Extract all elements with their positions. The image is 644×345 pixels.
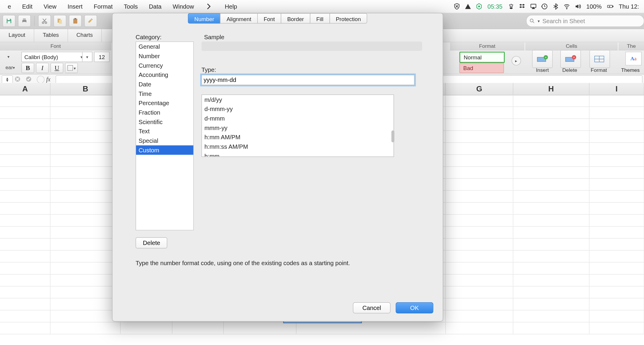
- ok-button[interactable]: OK: [396, 302, 433, 313]
- font-size-select[interactable]: 12: [94, 52, 110, 62]
- menu-data[interactable]: Data: [145, 0, 166, 13]
- menu-view[interactable]: View: [39, 0, 61, 13]
- volume-icon[interactable]: [574, 2, 582, 11]
- bold-button[interactable]: B: [21, 63, 34, 73]
- insert-cells-button[interactable]: +: [532, 50, 553, 68]
- type-format-item[interactable]: h:mm:ss AM/PM: [202, 142, 394, 151]
- fx-label[interactable]: fx: [46, 76, 54, 83]
- delete-cells-button[interactable]: ×: [560, 50, 581, 68]
- font-family-select[interactable]: Calibri (Body) ▾: [21, 52, 84, 62]
- svg-point-9: [566, 8, 567, 9]
- font-family-arrow[interactable]: ▾: [82, 52, 92, 62]
- category-item[interactable]: Text: [136, 126, 193, 136]
- category-item[interactable]: General: [136, 42, 193, 51]
- battery-icon[interactable]: [606, 2, 615, 11]
- type-format-item[interactable]: h:mm: [202, 151, 394, 157]
- print-icon[interactable]: [18, 15, 31, 27]
- full-circle-icon[interactable]: [37, 76, 45, 83]
- menu-format[interactable]: Format: [89, 0, 117, 13]
- italic-button[interactable]: I: [36, 63, 49, 73]
- airplay-icon[interactable]: [529, 2, 538, 11]
- dialog-tab-number[interactable]: Number: [188, 13, 221, 24]
- category-item[interactable]: Date: [136, 80, 193, 89]
- menu-item[interactable]: e: [4, 0, 15, 13]
- triangle-icon[interactable]: [463, 2, 472, 11]
- svg-point-5: [511, 6, 512, 7]
- wifi-icon[interactable]: [562, 2, 571, 11]
- category-list[interactable]: General Number Currency Accounting Date …: [135, 42, 194, 230]
- timemachine-icon[interactable]: [540, 2, 549, 11]
- save-icon[interactable]: [3, 15, 15, 27]
- category-item[interactable]: Special: [136, 136, 193, 145]
- shield-icon[interactable]: [452, 2, 461, 11]
- dialog-tab-fill[interactable]: Fill: [310, 13, 330, 24]
- colhdr-G[interactable]: G: [446, 83, 513, 95]
- hexagon-icon[interactable]: [475, 2, 483, 11]
- svg-point-0: [478, 6, 479, 7]
- colhdr-I[interactable]: I: [589, 83, 644, 95]
- dialog-tab-font[interactable]: Font: [257, 13, 281, 24]
- clear-dropdown[interactable]: ear ▾: [0, 63, 20, 72]
- cancel-button[interactable]: Cancel: [353, 302, 391, 313]
- ribbon-group-font: Font: [0, 42, 111, 50]
- type-input[interactable]: [201, 75, 414, 85]
- category-item[interactable]: Accounting: [136, 70, 193, 80]
- type-format-item[interactable]: m/d/yy: [202, 95, 394, 105]
- format-painter-icon[interactable]: [84, 15, 97, 27]
- type-format-item[interactable]: h:mm AM/PM: [202, 132, 394, 142]
- type-format-item[interactable]: d-mmm: [202, 114, 394, 123]
- cancel-entry-icon[interactable]: [15, 76, 24, 83]
- underline-button[interactable]: U: [50, 63, 63, 73]
- format-cells-button[interactable]: [589, 50, 610, 68]
- namebox-stepper[interactable]: ▴▾: [2, 75, 13, 84]
- type-format-list[interactable]: m/d/yy d-mmm-yy d-mmm mmm-yy h:mm AM/PM …: [201, 94, 394, 157]
- ribbon-group-format: Format: [450, 42, 525, 50]
- script-icon[interactable]: [201, 2, 218, 11]
- cut-icon[interactable]: [38, 15, 51, 27]
- category-item[interactable]: Scientific: [136, 117, 193, 127]
- colhdr-A[interactable]: A: [0, 83, 50, 95]
- dialog-tab-alignment[interactable]: Alignment: [220, 13, 258, 24]
- dropbox-icon[interactable]: [518, 2, 526, 11]
- category-item-selected[interactable]: Custom: [136, 145, 193, 155]
- bluetooth-icon[interactable]: [551, 2, 560, 11]
- category-item[interactable]: Currency: [136, 61, 193, 70]
- tab-charts[interactable]: Charts: [68, 29, 102, 42]
- category-item[interactable]: Percentage: [136, 98, 193, 108]
- confirm-entry-icon[interactable]: [26, 76, 35, 83]
- border-button[interactable]: ▾: [65, 63, 78, 73]
- tab-layout[interactable]: Layout: [0, 29, 34, 42]
- delete-label: Delete: [557, 67, 583, 73]
- colhdr-B[interactable]: B: [50, 83, 121, 95]
- menu-window[interactable]: Window: [168, 0, 198, 13]
- menu-edit[interactable]: Edit: [18, 0, 37, 13]
- styles-expand[interactable]: ▸: [512, 56, 521, 66]
- tab-tables[interactable]: Tables: [34, 29, 68, 42]
- dialog-tab-border[interactable]: Border: [281, 13, 310, 24]
- svg-rect-10: [607, 5, 612, 8]
- themes-button[interactable]: Aa: [625, 52, 642, 65]
- menu-tools[interactable]: Tools: [119, 0, 142, 13]
- dialog-tabs: Number Alignment Font Border Fill Protec…: [188, 13, 367, 24]
- type-list-scrollbar-thumb[interactable]: [392, 130, 394, 142]
- category-item[interactable]: Fraction: [136, 108, 193, 117]
- colhdr-H[interactable]: H: [513, 83, 589, 95]
- edit-dropdown[interactable]: ▾: [0, 52, 17, 61]
- style-normal[interactable]: Normal: [460, 52, 505, 63]
- style-bad[interactable]: Bad: [460, 63, 504, 73]
- copy-icon[interactable]: [53, 15, 66, 27]
- sheet-search[interactable]: ▾ Search in Sheet: [526, 15, 644, 27]
- type-format-item[interactable]: d-mmm-yy: [202, 104, 394, 114]
- type-format-item[interactable]: mmm-yy: [202, 123, 394, 133]
- svg-point-23: [530, 19, 533, 22]
- category-item[interactable]: Number: [136, 51, 193, 61]
- paw-icon[interactable]: [507, 2, 515, 11]
- paste-icon[interactable]: [69, 15, 82, 27]
- svg-point-17: [42, 22, 44, 23]
- delete-format-button[interactable]: Delete: [135, 237, 167, 248]
- menu-insert[interactable]: Insert: [63, 0, 87, 13]
- dialog-tab-protection[interactable]: Protection: [329, 13, 367, 24]
- sample-box: [201, 42, 422, 51]
- category-item[interactable]: Time: [136, 89, 193, 99]
- menu-help[interactable]: Help: [220, 0, 241, 13]
